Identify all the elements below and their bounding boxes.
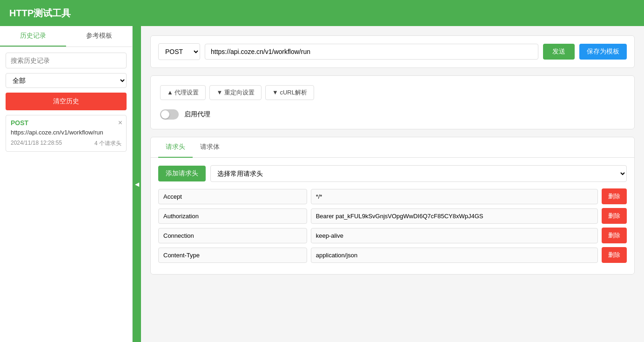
app-header: HTTP测试工具 [0,0,644,26]
proxy-settings-button[interactable]: ▲ 代理设置 [160,85,206,100]
history-item-method: POST [11,119,121,127]
add-header-button[interactable]: 添加请求头 [158,166,206,181]
settings-toolbar: ▲ 代理设置 ▼ 重定向设置 ▼ cURL解析 [160,85,625,100]
request-body: 添加请求头 选择常用请求头 删除 删除 [151,158,634,274]
common-header-select[interactable]: 选择常用请求头 [210,165,627,182]
request-tabs: 请求头 请求体 [151,137,634,158]
header-val-input-content-type[interactable] [311,248,598,263]
close-icon[interactable]: × [118,119,122,127]
delete-header-button-connection[interactable]: 删除 [602,228,627,243]
header-val-input-connection[interactable] [311,228,598,243]
history-item-count: 4 个请求头 [94,140,121,148]
main-content: POST 发送 保存为模板 ▲ 代理设置 ▼ 重定向设置 ▼ cURL解析 启用… [141,26,644,342]
history-item-url: https://api.coze.cn/v1/workflow/run [11,128,121,137]
send-button[interactable]: 发送 [543,44,575,60]
history-item[interactable]: × POST https://api.coze.cn/v1/workflow/r… [6,115,127,152]
app-title: HTTP测试工具 [9,7,71,20]
tab-history[interactable]: 历史记录 [0,26,66,47]
sidebar-body: 全部 清空历史 × POST https://api.coze.cn/v1/wo… [0,47,132,342]
proxy-toggle[interactable] [160,109,179,120]
tab-request-headers[interactable]: 请求头 [158,137,193,158]
header-key-input-authorization[interactable] [158,208,307,224]
header-row: 删除 [158,188,627,204]
sidebar: 历史记录 参考模板 全部 清空历史 × POST https://api.coz… [0,26,133,342]
tab-request-body[interactable]: 请求体 [193,137,227,158]
search-history-input[interactable] [6,53,127,68]
toggle-thumb [161,110,169,119]
save-template-button[interactable]: 保存为模板 [579,44,627,60]
filter-select[interactable]: 全部 [6,73,127,88]
history-item-meta: 2024/11/18 12:28:55 4 个请求头 [11,140,121,148]
delete-header-button-accept[interactable]: 删除 [602,188,627,204]
proxy-toggle-label: 启用代理 [184,110,210,119]
header-row: 删除 [158,228,627,243]
method-select[interactable]: POST [158,43,200,60]
header-controls: 添加请求头 选择常用请求头 [158,165,627,182]
history-item-timestamp: 2024/11/18 12:28:55 [11,140,62,148]
main-layout: 历史记录 参考模板 全部 清空历史 × POST https://api.coz… [0,26,644,342]
redirect-settings-button[interactable]: ▼ 重定向设置 [209,85,261,100]
request-card: 请求头 请求体 添加请求头 选择常用请求头 删除 [150,137,635,275]
toggle-track[interactable] [160,109,179,120]
header-key-input-accept[interactable] [158,189,307,204]
proxy-row: 启用代理 [160,109,625,120]
header-val-input-authorization[interactable] [311,208,598,224]
delete-header-button-content-type[interactable]: 删除 [602,247,627,263]
tab-templates[interactable]: 参考模板 [66,26,132,47]
sidebar-toggle-button[interactable]: ◀ [133,26,141,342]
header-key-input-content-type[interactable] [158,248,307,263]
header-row: 删除 [158,208,627,224]
settings-card: ▲ 代理设置 ▼ 重定向设置 ▼ cURL解析 启用代理 [150,75,635,129]
header-key-input-connection[interactable] [158,228,307,243]
url-input[interactable] [205,44,538,60]
delete-header-button-authorization[interactable]: 删除 [602,208,627,224]
sidebar-tabs: 历史记录 参考模板 [0,26,132,47]
header-row: 删除 [158,247,627,263]
clear-history-button[interactable]: 清空历史 [6,93,127,110]
curl-parse-button[interactable]: ▼ cURL解析 [265,85,314,100]
header-val-input-accept[interactable] [311,189,598,204]
url-bar: POST 发送 保存为模板 [150,35,635,68]
